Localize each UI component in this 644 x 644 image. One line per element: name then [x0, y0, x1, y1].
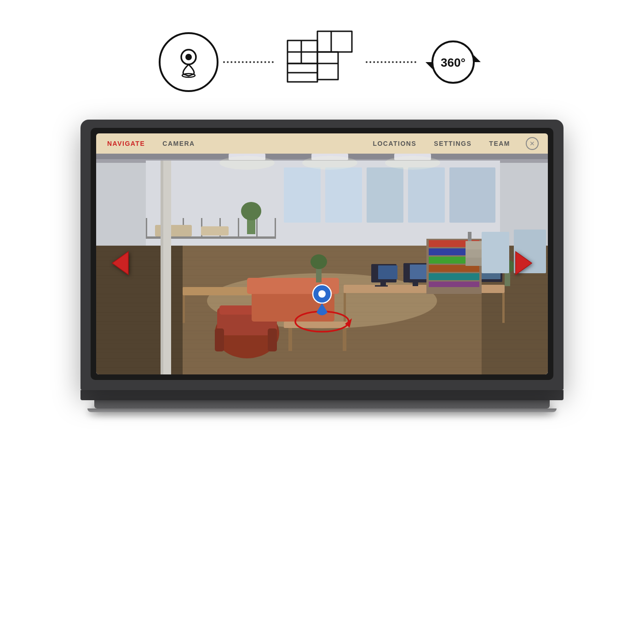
- floor-plan-svg: [278, 27, 361, 98]
- svg-point-36: [241, 202, 261, 220]
- laptop-container: NAVIGATE CAMERA LOCATIONS SETTINGS TEAM …: [80, 120, 564, 412]
- svg-rect-72: [429, 265, 479, 272]
- rotate-360-container: 360°: [421, 30, 485, 94]
- svg-marker-12: [474, 55, 481, 62]
- nav-item-settings[interactable]: SETTINGS: [432, 136, 473, 151]
- office-interior-svg: [96, 154, 548, 374]
- svg-rect-20: [146, 218, 147, 239]
- close-button[interactable]: ✕: [526, 137, 539, 150]
- svg-marker-100: [516, 252, 532, 275]
- svg-point-80: [310, 254, 327, 269]
- svg-rect-29: [325, 167, 362, 223]
- nav-item-locations[interactable]: LOCATIONS: [371, 136, 418, 151]
- rotate-360-svg: 360°: [421, 30, 485, 94]
- laptop-chin: [80, 390, 564, 400]
- laptop-foot: [87, 408, 557, 412]
- nav-item-navigate[interactable]: NAVIGATE: [105, 136, 147, 151]
- location-circle: [159, 32, 218, 92]
- laptop-body: NAVIGATE CAMERA LOCATIONS SETTINGS TEAM …: [80, 120, 564, 390]
- laptop-screen: NAVIGATE CAMERA LOCATIONS SETTINGS TEAM …: [96, 133, 548, 374]
- svg-rect-4: [317, 31, 352, 52]
- svg-point-88: [385, 156, 440, 170]
- svg-rect-52: [375, 285, 388, 287]
- svg-rect-64: [268, 328, 277, 351]
- svg-rect-28: [284, 167, 321, 223]
- rotate-360-icon-wrap: 360°: [421, 30, 485, 94]
- nav-item-camera[interactable]: CAMERA: [161, 136, 196, 151]
- pano-area[interactable]: [96, 154, 548, 374]
- svg-point-87: [302, 156, 357, 170]
- location-pin-icon-wrap: [159, 32, 218, 92]
- svg-rect-44: [183, 295, 185, 323]
- svg-rect-63: [215, 328, 224, 351]
- dotted-line-2: [366, 61, 416, 63]
- svg-marker-13: [426, 62, 432, 69]
- svg-rect-48: [502, 293, 505, 323]
- svg-text:360°: 360°: [441, 56, 466, 69]
- svg-point-103: [318, 290, 326, 298]
- svg-rect-32: [449, 167, 495, 223]
- svg-rect-34: [201, 226, 229, 236]
- nav-bar: NAVIGATE CAMERA LOCATIONS SETTINGS TEAM …: [96, 133, 548, 154]
- laptop-screen-bezel: NAVIGATE CAMERA LOCATIONS SETTINGS TEAM …: [91, 128, 553, 380]
- svg-rect-25: [238, 218, 239, 239]
- svg-rect-27: [275, 218, 276, 239]
- svg-rect-55: [413, 282, 418, 286]
- svg-rect-31: [408, 167, 445, 223]
- center-location-pin[interactable]: [285, 278, 359, 338]
- dotted-line-1: [223, 61, 274, 63]
- svg-rect-30: [367, 167, 403, 223]
- top-icons-section: 360°: [138, 28, 506, 97]
- laptop-base: [94, 400, 550, 408]
- floor-plan-icon: [278, 28, 361, 97]
- svg-rect-74: [429, 282, 479, 287]
- svg-rect-5: [317, 52, 338, 80]
- nav-arrow-left[interactable]: [105, 247, 138, 281]
- svg-rect-50: [378, 265, 397, 279]
- svg-rect-73: [429, 273, 479, 280]
- nav-arrow-right[interactable]: [506, 247, 539, 281]
- svg-rect-26: [256, 218, 258, 239]
- svg-rect-54: [410, 264, 429, 279]
- svg-rect-91: [482, 232, 509, 273]
- svg-marker-99: [112, 252, 128, 275]
- center-pin-svg: [285, 278, 359, 338]
- location-pin-svg: [175, 46, 202, 78]
- svg-point-1: [185, 54, 192, 60]
- svg-point-86: [219, 156, 275, 170]
- svg-rect-90: [161, 161, 163, 374]
- nav-item-team[interactable]: TEAM: [487, 136, 512, 151]
